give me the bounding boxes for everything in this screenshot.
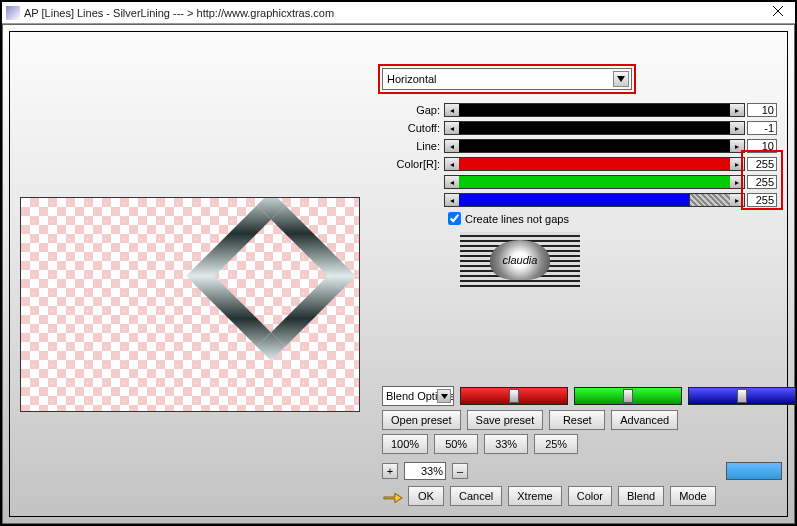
arrow-left-icon[interactable]: ◂ (445, 194, 459, 206)
reset-button[interactable]: Reset (549, 410, 605, 430)
app-icon (6, 6, 20, 20)
blend-options-dropdown[interactable]: Blend Options (382, 386, 454, 406)
window-title: AP [Lines] Lines - SilverLining --- > ht… (24, 7, 765, 19)
chevron-down-icon[interactable] (613, 71, 629, 87)
percent-input[interactable]: 33% (404, 462, 446, 480)
color-r-value[interactable]: 255 (747, 157, 777, 171)
color-b-slider[interactable]: ◂ (444, 193, 690, 207)
arrow-right-icon[interactable]: ▸ (730, 140, 744, 152)
gap-value[interactable]: 10 (747, 103, 777, 117)
direction-value: Horizontal (387, 73, 437, 85)
svg-marker-3 (441, 394, 448, 399)
slider-thumb[interactable] (623, 389, 633, 403)
arrow-right-icon[interactable]: ▸ (730, 122, 744, 134)
arrow-left-icon[interactable]: ◂ (445, 176, 459, 188)
title-bar: AP [Lines] Lines - SilverLining --- > ht… (2, 2, 795, 24)
percent-25-button[interactable]: 25% (534, 434, 578, 454)
color-hatch-slider[interactable]: ▸ (690, 193, 745, 207)
create-lines-label: Create lines not gaps (465, 213, 569, 225)
cutoff-value[interactable]: -1 (747, 121, 777, 135)
line-value[interactable]: 10 (747, 139, 777, 153)
gap-slider[interactable]: ◂ ▸ (444, 103, 745, 117)
open-preset-button[interactable]: Open preset (382, 410, 461, 430)
line-slider[interactable]: ◂ ▸ (444, 139, 745, 153)
cancel-button[interactable]: Cancel (450, 486, 502, 506)
percent-50-button[interactable]: 50% (434, 434, 478, 454)
mode-button[interactable]: Mode (670, 486, 716, 506)
close-button[interactable] (765, 5, 791, 21)
save-preset-button[interactable]: Save preset (467, 410, 544, 430)
color-r-label: Color[R]: (382, 158, 444, 170)
create-lines-checkbox[interactable] (448, 212, 461, 225)
arrow-left-icon[interactable]: ◂ (445, 158, 459, 170)
line-label: Line: (382, 140, 444, 152)
chevron-down-icon[interactable] (437, 389, 451, 403)
pointing-hand-icon (382, 488, 404, 506)
vendor-logo-text: claudia (503, 254, 538, 266)
percent-100-button[interactable]: 100% (382, 434, 428, 454)
blend-g-slider[interactable] (574, 387, 682, 405)
percent-minus-button[interactable]: – (452, 463, 468, 479)
color-swatch[interactable] (726, 462, 782, 480)
cutoff-label: Cutoff: (382, 122, 444, 134)
arrow-right-icon[interactable]: ▸ (730, 194, 744, 206)
gap-label: Gap: (382, 104, 444, 116)
blend-button[interactable]: Blend (618, 486, 664, 506)
color-button[interactable]: Color (568, 486, 612, 506)
arrow-left-icon[interactable]: ◂ (445, 104, 459, 116)
blend-b-slider[interactable] (688, 387, 796, 405)
color-b-value[interactable]: 255 (747, 193, 777, 207)
arrow-right-icon[interactable]: ▸ (730, 104, 744, 116)
vendor-logo: claudia (460, 232, 580, 287)
transparency-checker (21, 198, 359, 411)
color-r-slider[interactable]: ◂ ▸ (444, 157, 745, 171)
color-g-slider[interactable]: ◂ ▸ (444, 175, 745, 189)
slider-thumb[interactable] (737, 389, 747, 403)
preview-shape (186, 197, 356, 361)
arrow-left-icon[interactable]: ◂ (445, 122, 459, 134)
blend-r-slider[interactable] (460, 387, 568, 405)
slider-thumb[interactable] (509, 389, 519, 403)
cutoff-slider[interactable]: ◂ ▸ (444, 121, 745, 135)
preview-pane (20, 197, 360, 412)
color-g-value[interactable]: 255 (747, 175, 777, 189)
arrow-right-icon[interactable]: ▸ (730, 176, 744, 188)
percent-plus-button[interactable]: + (382, 463, 398, 479)
direction-dropdown[interactable]: Horizontal (382, 68, 632, 90)
ok-button[interactable]: OK (408, 486, 444, 506)
svg-marker-2 (617, 76, 625, 82)
xtreme-button[interactable]: Xtreme (508, 486, 561, 506)
arrow-left-icon[interactable]: ◂ (445, 140, 459, 152)
percent-33-button[interactable]: 33% (484, 434, 528, 454)
arrow-right-icon[interactable]: ▸ (730, 158, 744, 170)
advanced-button[interactable]: Advanced (611, 410, 678, 430)
